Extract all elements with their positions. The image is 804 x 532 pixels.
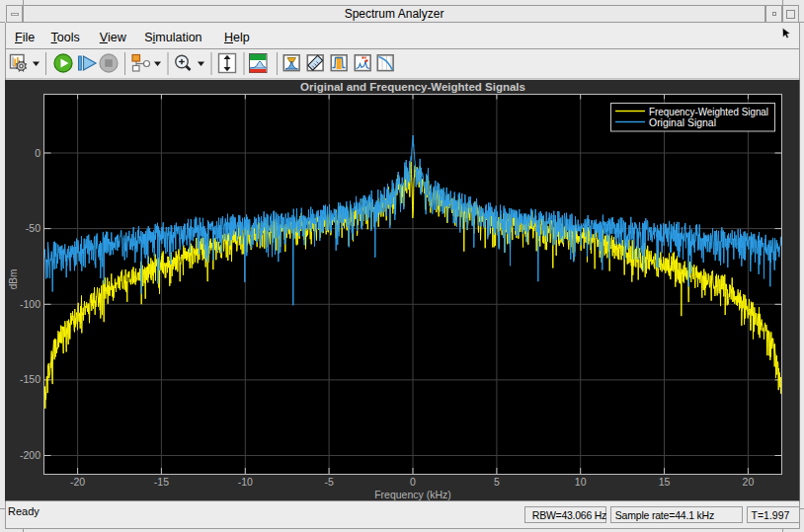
svg-text:-20: -20 xyxy=(70,476,85,488)
svg-text:-5: -5 xyxy=(324,476,333,488)
svg-text:-150: -150 xyxy=(20,373,40,385)
svg-text:-100: -100 xyxy=(20,298,40,310)
svg-text:20: 20 xyxy=(743,476,755,488)
svg-text:10: 10 xyxy=(575,476,587,488)
svg-text:dBm: dBm xyxy=(8,269,19,290)
svg-text:-15: -15 xyxy=(154,476,169,488)
svg-text:5: 5 xyxy=(494,476,500,488)
svg-text:-10: -10 xyxy=(238,476,253,488)
svg-text:-200: -200 xyxy=(20,449,40,461)
svg-text:15: 15 xyxy=(659,476,671,488)
svg-text:Original Signal: Original Signal xyxy=(649,116,716,128)
svg-text:0: 0 xyxy=(35,147,40,159)
svg-text:0: 0 xyxy=(410,476,416,488)
svg-text:Original and Frequency-Weighte: Original and Frequency-Weighted Signals xyxy=(300,81,525,93)
svg-text:-50: -50 xyxy=(26,222,40,234)
svg-text:Frequency (kHz): Frequency (kHz) xyxy=(374,489,451,500)
